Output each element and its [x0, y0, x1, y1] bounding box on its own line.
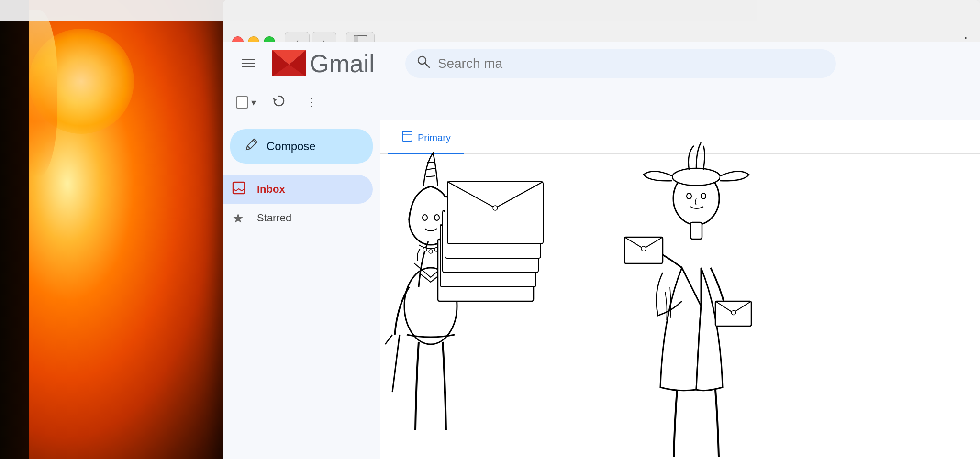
compose-icon: [244, 137, 259, 156]
checkbox-dropdown-icon[interactable]: ▾: [251, 97, 256, 108]
more-options-button[interactable]: ⋮: [302, 91, 325, 114]
gmail-logo: Gmail: [272, 49, 375, 78]
svg-point-22: [429, 250, 433, 253]
envelope-stack: [433, 172, 548, 306]
svg-line-9: [247, 146, 250, 149]
background-fire: [0, 0, 225, 459]
compose-label: Compose: [267, 140, 316, 153]
svg-point-33: [493, 206, 498, 210]
gmail-label: Gmail: [310, 49, 375, 78]
more-options-icon: ⋮: [306, 96, 317, 109]
refresh-button[interactable]: [267, 91, 290, 114]
search-icon: [417, 55, 430, 72]
hamburger-line-2: [242, 63, 255, 64]
select-all-checkbox[interactable]: [236, 96, 248, 109]
svg-rect-10: [233, 182, 245, 194]
hamburger-line-1: [242, 59, 255, 61]
gmail-header: Gmail Search ma: [223, 42, 980, 85]
gmail-m-logo: [272, 50, 306, 76]
mercury-character: [605, 124, 787, 459]
svg-point-43: [732, 311, 736, 315]
svg-point-35: [672, 168, 720, 186]
starred-icon: ★: [232, 210, 247, 226]
browser-window: ‹ › ⋮: [223, 0, 980, 459]
svg-point-21: [423, 248, 427, 251]
search-bar[interactable]: Search ma: [405, 49, 836, 78]
background-dark-edge: [0, 0, 29, 459]
svg-rect-32: [447, 182, 543, 244]
gmail-body: Compose Inbox ★: [223, 120, 980, 459]
hamburger-menu-button[interactable]: [236, 51, 261, 76]
search-input[interactable]: Search ma: [438, 56, 824, 71]
inbox-icon: [232, 181, 247, 198]
svg-rect-38: [690, 222, 702, 239]
refresh-icon: [272, 94, 286, 110]
inbox-label: Inbox: [257, 183, 363, 196]
svg-point-41: [641, 246, 646, 251]
svg-line-16: [426, 168, 435, 170]
starred-label: Starred: [257, 212, 363, 224]
hamburger-line-3: [242, 66, 255, 68]
gmail-toolbar: ▾ ⋮: [223, 85, 980, 120]
gmail-area: Gmail Search ma ▾: [223, 42, 980, 459]
macos-menu-bar: 🍎 Safari File Edit View History Bookmark…: [0, 0, 757, 21]
root: 🍎 Safari File Edit View History Bookmark…: [0, 0, 980, 459]
select-all-checkbox-group: ▾: [236, 96, 256, 109]
svg-line-7: [425, 63, 429, 67]
